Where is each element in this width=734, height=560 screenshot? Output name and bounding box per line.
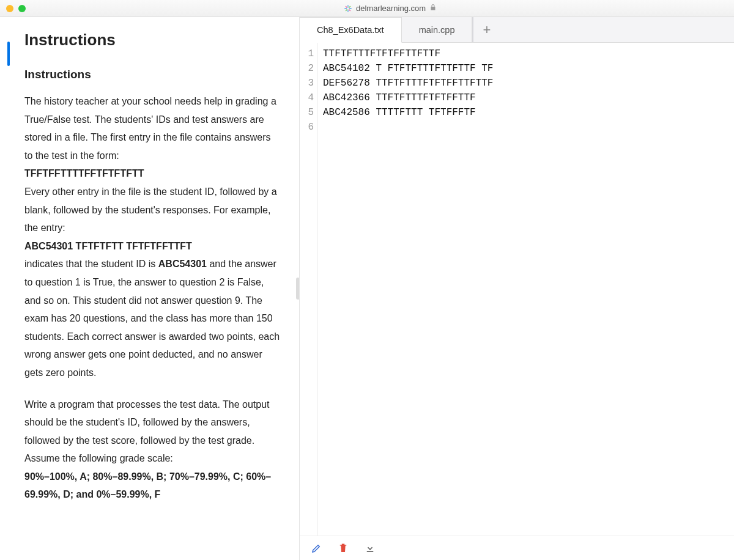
code-line[interactable]: DEF56278 TTFTFTTTFTFTFFTTFTTF: [323, 76, 493, 90]
editor-toolbar: [300, 536, 734, 560]
answer-key: TFFTFFTTTTFFTFTFTFTT: [24, 168, 144, 179]
line-number: 2: [300, 61, 314, 76]
instructions-body: The history teacher at your school needs…: [24, 92, 281, 504]
code-content[interactable]: TTFTFTTTFTFTFFTTFTTFABC54102 T FTFTFTTTF…: [318, 43, 493, 536]
code-line[interactable]: ABC42586 TTTTFTTT TFTFFFTF: [323, 105, 493, 120]
code-line[interactable]: ABC42366 TTFTFTTTFTFTFFTTF: [323, 90, 493, 105]
code-editor[interactable]: 123456 TTFTFTTTFTFTFFTTFTTFABC54102 T FT…: [300, 43, 734, 536]
editor-panel: Ch8_Ex6Data.txt main.cpp + 123456 TTFTFT…: [300, 17, 734, 560]
domain-text: delmarlearning.com: [356, 4, 426, 13]
minimize-button[interactable]: [6, 5, 13, 12]
line-number: 1: [300, 46, 314, 61]
instr-text: Every other entry in the file is the stu…: [24, 186, 277, 233]
address-bar: delmarlearning.com: [344, 4, 437, 13]
code-line[interactable]: [323, 120, 493, 134]
panel-title: Instructions: [24, 31, 281, 50]
instr-text: indicates that the student ID is: [24, 259, 158, 269]
line-number: 4: [300, 90, 314, 105]
line-number: 6: [300, 120, 314, 134]
lock-icon: [429, 4, 437, 13]
accent-bar: [7, 42, 10, 66]
download-button[interactable]: [365, 543, 376, 554]
instr-text: Write a program that processes the test …: [24, 399, 270, 464]
line-number: 3: [300, 76, 314, 90]
plus-icon: +: [483, 22, 491, 38]
instr-text: The history teacher at your school needs…: [24, 96, 276, 161]
instr-text: and the answer to question 1 is True, th…: [24, 259, 280, 378]
tab-label: Ch8_Ex6Data.txt: [317, 25, 384, 35]
add-tab-button[interactable]: +: [473, 17, 500, 42]
tab-bar: Ch8_Ex6Data.txt main.cpp +: [300, 17, 734, 43]
code-line[interactable]: TTFTFTTTFTFTFFTTFTTF: [323, 46, 493, 61]
grade-scale: 90%–100%, A; 80%–89.99%, B; 70%–79.99%, …: [24, 471, 271, 500]
edit-button[interactable]: [311, 543, 322, 554]
resize-handle[interactable]: [296, 278, 300, 300]
tab-main-cpp[interactable]: main.cpp: [402, 17, 473, 42]
instructions-panel: Instructions Instructions The history te…: [0, 17, 300, 560]
maximize-button[interactable]: [18, 5, 26, 12]
line-gutter: 123456: [300, 43, 318, 536]
tab-data-file[interactable]: Ch8_Ex6Data.txt: [300, 17, 402, 43]
sample-id: ABC54301: [158, 259, 207, 269]
site-icon: [344, 4, 352, 13]
line-number: 5: [300, 105, 314, 120]
title-bar: delmarlearning.com: [0, 0, 734, 17]
sample-entry: ABC54301 TFTFTFTT TFTFTFFTTFT: [24, 241, 192, 251]
tab-label: main.cpp: [419, 25, 455, 35]
instructions-heading: Instructions: [24, 68, 281, 81]
window-controls: [6, 5, 26, 12]
code-line[interactable]: ABC54102 T FTFTFTTTFTTFTTF TF: [323, 61, 493, 76]
delete-button[interactable]: [338, 543, 349, 554]
